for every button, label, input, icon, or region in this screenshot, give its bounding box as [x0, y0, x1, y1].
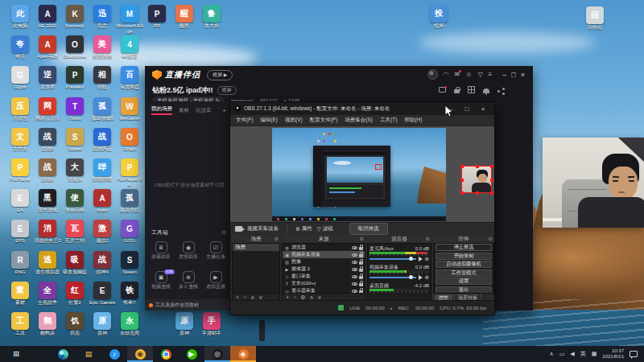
- desktop-icon[interactable]: MMicrosoft Edge: [116, 5, 143, 35]
- window-control-minimize-button[interactable]: –: [502, 71, 506, 79]
- desktop-icon[interactable]: AApex英雄: [34, 35, 61, 60]
- keyboard-icon[interactable]: ▦: [592, 351, 597, 357]
- desktop-icon[interactable]: GGlyph: [6, 66, 34, 90]
- taskbar-item-companion-taskbar-icon[interactable]: ◈: [230, 346, 256, 362]
- taskbar-item-obs-taskbar-icon[interactable]: ◎: [204, 346, 230, 362]
- source-row[interactable]: □窗口采集: [283, 273, 365, 280]
- window-control-close-button[interactable]: ×: [521, 71, 525, 79]
- network-ic[interactable]: ▭: [559, 351, 565, 357]
- desktop-icon[interactable]: 44K影音: [116, 35, 143, 60]
- apps-grid-icon[interactable]: [468, 86, 475, 93]
- lock-icon[interactable]: [359, 276, 363, 279]
- filter-icon[interactable]: ▽: [477, 71, 482, 79]
- mixer-dock-header[interactable]: 混音器 ⚙: [367, 235, 431, 243]
- speaker-icon[interactable]: [419, 257, 423, 261]
- desktop-icon[interactable]: KKennedy: [61, 5, 89, 29]
- desktop-icon[interactable]: AAE 2021: [34, 5, 61, 29]
- volume-slider[interactable]: [369, 258, 416, 260]
- mode-badge[interactable]: 横屏 ▶: [207, 70, 233, 80]
- visibility-eye-icon[interactable]: [352, 282, 357, 286]
- desktop-icon[interactable]: AApex: [89, 189, 116, 213]
- source-row[interactable]: ▨图像: [283, 258, 365, 265]
- desktop-icon[interactable]: OOrigin: [116, 128, 143, 152]
- desktop-icon[interactable]: 逃逃生模拟器: [34, 251, 61, 275]
- selection-handle[interactable]: [490, 191, 493, 195]
- desktop-icon[interactable]: 孤孤岛惊魂6: [89, 97, 116, 121]
- selection-handle[interactable]: [476, 165, 479, 168]
- cancel-stream-button[interactable]: 取消推流: [349, 223, 388, 235]
- webcam-overlay[interactable]: [543, 138, 644, 228]
- slider-handle[interactable]: [409, 257, 413, 261]
- desktop-icon[interactable]: 此此电脑: [6, 5, 34, 29]
- desktop-icon[interactable]: 逆逆水寒: [34, 66, 61, 90]
- desktop-icon[interactable]: PPredator: [61, 66, 89, 90]
- desktop-icon[interactable]: 消消逝的光芒2: [34, 220, 61, 244]
- visibility-eye-icon[interactable]: [352, 275, 357, 278]
- obs-menu-item[interactable]: 工具(T): [380, 117, 397, 124]
- selection-handle[interactable]: [460, 179, 464, 182]
- desktop-icon[interactable]: EEpic Games: [89, 282, 116, 306]
- desktop-icon[interactable]: PPotPlayer: [6, 158, 34, 183]
- message-icon[interactable]: [439, 87, 446, 93]
- obs-menu-item[interactable]: 编辑(E): [260, 117, 278, 124]
- desktop-icon[interactable]: 鹅鹅鸭杀: [34, 312, 61, 336]
- filters-button[interactable]: ▽ 滤镜: [317, 225, 333, 232]
- ime-language-indicator[interactable]: 英: [580, 350, 586, 358]
- window-control-maximize-button[interactable]: □: [511, 71, 515, 79]
- desktop-icon[interactable]: 哔哔哩哔哩: [89, 158, 116, 183]
- desktop-icon[interactable]: WWeGame: [116, 97, 143, 121]
- source-row[interactable]: ▭显示器采集: [283, 287, 365, 294]
- obs-titlebar[interactable]: OBS 27.1.3 (64-bit, windows) - 配置文件: 未命名…: [230, 102, 494, 115]
- help-icon[interactable]: ☺: [465, 71, 472, 79]
- desktop-icon[interactable]: 百百度网盘: [116, 66, 143, 90]
- desktop-icon[interactable]: 全全面战争: [34, 282, 61, 306]
- taskbar-item-media-app-icon[interactable]: ▶: [179, 346, 204, 362]
- bell-icon[interactable]: [483, 88, 489, 93]
- desktop-icon[interactable]: PPotPlayer 64: [116, 158, 143, 188]
- notification-icon[interactable]: [630, 351, 638, 357]
- scenes-toolbar-button[interactable]: +: [236, 294, 239, 300]
- 开始录制-button[interactable]: 开始录制: [436, 253, 492, 260]
- source-row[interactable]: T文本(GDI+): [283, 280, 365, 287]
- clock[interactable]: 10:37 2021/8/21: [602, 348, 624, 360]
- desktop-icon[interactable]: EEA: [6, 189, 34, 213]
- desktop-icon[interactable]: 战战神4: [89, 251, 116, 275]
- taskbar-item-edge-icon[interactable]: [50, 346, 76, 362]
- scenes-toolbar-button[interactable]: −: [243, 294, 246, 300]
- share-icon[interactable]: [497, 90, 500, 93]
- avatar[interactable]: [427, 69, 438, 80]
- volume-slider[interactable]: [369, 277, 416, 278]
- lock-icon[interactable]: [359, 290, 363, 294]
- lock-icon[interactable]: [359, 269, 363, 272]
- toolbox-item[interactable]: ≣弹幕助手: [147, 240, 175, 269]
- lock-icon[interactable]: [359, 247, 363, 250]
- desktop-icon[interactable]: 迅迅雷: [89, 5, 116, 29]
- lock-icon[interactable]: [359, 261, 363, 265]
- desktop-icon[interactable]: 文文件夹: [6, 128, 34, 152]
- gear-icon[interactable]: ⚙: [425, 257, 429, 261]
- speaker-icon[interactable]: [419, 275, 423, 280]
- desktop-icon[interactable]: 红红警2: [61, 282, 89, 306]
- obs-menu-item[interactable]: 文件(F): [236, 117, 253, 124]
- toolbox-item[interactable]: ▣视频连线特权: [147, 269, 175, 299]
- selection-handle[interactable]: [490, 179, 493, 182]
- desktop-icon[interactable]: 孤孤岛危机: [116, 189, 143, 213]
- tab-素材[interactable]: 素材: [179, 107, 189, 114]
- toolbox-item[interactable]: ◉房管助手: [175, 240, 202, 269]
- desktop-icon[interactable]: GGOG: [116, 220, 143, 244]
- taskbar-item-music-app-icon[interactable]: ♪: [101, 346, 127, 362]
- tab-玩法库[interactable]: 玩法库: [196, 107, 212, 114]
- desktop-icon[interactable]: 饥饥荒: [61, 312, 89, 336]
- desktop-icon[interactable]: 瓦瓦罗兰特: [61, 220, 89, 244]
- properties-button[interactable]: ⚙ 属性: [295, 225, 312, 232]
- 启动虚拟摄像机-button[interactable]: 启动虚拟摄像机: [436, 261, 492, 268]
- tab-我的场景[interactable]: 我的场景: [151, 105, 172, 115]
- scenes-dock-header[interactable]: 场景 ⚙: [232, 235, 280, 243]
- desktop-icon[interactable]: 战战地风云: [89, 128, 116, 152]
- selection-handle[interactable]: [460, 191, 464, 195]
- desktop-icon[interactable]: PPR: [143, 5, 171, 29]
- taskbar-item-file-explorer-icon[interactable]: ▤: [76, 346, 101, 362]
- tray-chevron-icon[interactable]: ∧: [550, 351, 554, 357]
- visibility-eye-icon[interactable]: [352, 290, 357, 293]
- desktop-icon[interactable]: EEPS: [6, 220, 34, 244]
